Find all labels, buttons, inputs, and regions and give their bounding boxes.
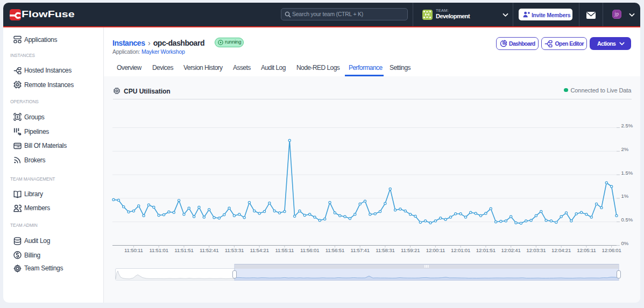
svg-text:11:57:41: 11:57:41 (350, 247, 369, 253)
svg-text:11:59:21: 11:59:21 (401, 247, 420, 253)
svg-text:11:50:11: 11:50:11 (124, 247, 143, 253)
svg-text:11:51:01: 11:51:01 (149, 247, 168, 253)
svg-text:1%: 1% (621, 193, 629, 199)
svg-text:12:04:21: 12:04:21 (551, 247, 571, 253)
svg-text:11:52:41: 11:52:41 (200, 247, 218, 253)
svg-text:12:05:11: 12:05:11 (577, 247, 596, 253)
svg-text:12:01:01: 12:01:01 (451, 247, 470, 253)
svg-text:12:03:31: 12:03:31 (526, 247, 546, 253)
svg-text:0.5%: 0.5% (621, 217, 633, 223)
svg-text:2.5%: 2.5% (621, 123, 633, 128)
svg-text:0%: 0% (621, 240, 629, 246)
svg-text:12:00:11: 12:00:11 (426, 247, 445, 253)
svg-text:12:01:51: 12:01:51 (476, 247, 496, 253)
svg-text:11:56:01: 11:56:01 (300, 247, 319, 253)
svg-text:11:53:31: 11:53:31 (225, 247, 244, 253)
svg-text:2%: 2% (621, 146, 629, 152)
svg-text:11:56:51: 11:56:51 (325, 247, 344, 253)
svg-text:11:51:51: 11:51:51 (174, 247, 193, 253)
svg-text:12:02:41: 12:02:41 (501, 247, 521, 253)
svg-text:1.5%: 1.5% (621, 170, 633, 176)
svg-text:12:06:01: 12:06:01 (602, 247, 621, 253)
svg-text:11:54:21: 11:54:21 (250, 247, 268, 253)
svg-text:11:58:31: 11:58:31 (376, 247, 394, 253)
svg-text:11:55:11: 11:55:11 (275, 247, 294, 253)
